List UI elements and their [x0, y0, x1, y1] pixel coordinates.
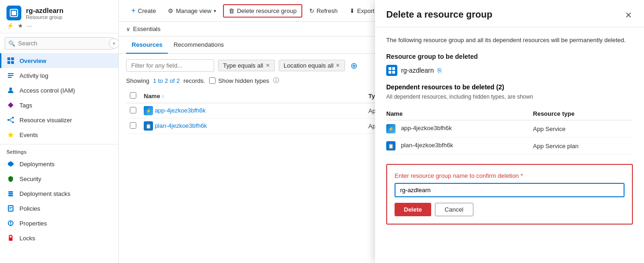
sidebar-header: rg-azdlearn Resource group ⚡ ★ ···: [0, 0, 118, 33]
sidebar-item-events[interactable]: Events: [0, 127, 118, 142]
svg-rect-1: [12, 11, 16, 15]
sidebar-item-properties[interactable]: Properties: [0, 216, 118, 231]
row-checkbox-1[interactable]: [130, 107, 136, 113]
manage-view-button[interactable]: ⚙ Manage view ▾: [163, 5, 221, 17]
name-column-header: Name ↑: [140, 89, 365, 103]
tab-resources[interactable]: Resources: [126, 37, 168, 54]
show-hidden-types-checkbox[interactable]: [209, 77, 216, 84]
svg-rect-3: [11, 57, 14, 60]
location-filter-tag: Location equals all ✕: [279, 60, 345, 71]
sidebar-item-resource-visualizer[interactable]: Resource visualizer: [0, 113, 118, 127]
favorite-icon[interactable]: ★: [18, 22, 23, 29]
more-icon[interactable]: ···: [27, 22, 32, 29]
deployments-icon: [6, 160, 15, 168]
activity-log-icon: [6, 71, 15, 80]
sidebar-item-tags[interactable]: Tags: [0, 98, 118, 113]
svg-rect-18: [8, 195, 13, 196]
location-filter-close[interactable]: ✕: [336, 63, 340, 69]
row-1-name-link[interactable]: app-4jezkoe3bfh6k: [155, 107, 206, 114]
svg-rect-17: [8, 193, 13, 194]
svg-rect-16: [8, 191, 13, 193]
type-filter-close[interactable]: ✕: [266, 63, 270, 69]
refresh-icon: ↻: [309, 7, 314, 14]
sidebar-item-iam[interactable]: Access control (IAM): [0, 83, 118, 98]
svg-point-11: [12, 117, 14, 119]
type-filter-tag: Type equals all ✕: [218, 60, 275, 71]
dep-row-1: ⚡ app-4jezkoe3bfh6k App Service: [386, 120, 633, 138]
copy-icon[interactable]: ⎘: [438, 67, 441, 74]
delete-resource-group-button[interactable]: 🗑 Delete resource group: [223, 4, 302, 18]
overview-icon: [6, 56, 15, 65]
tags-icon: [6, 101, 15, 109]
select-all-checkbox[interactable]: [130, 92, 136, 99]
security-icon: [6, 175, 15, 183]
svg-line-13: [9, 118, 12, 120]
dep-type-header: Resource type: [533, 107, 633, 120]
dependent-count-title: Dependent resources to be deleted (2): [386, 83, 633, 91]
delete-confirm-button[interactable]: Delete: [395, 203, 431, 216]
main-content: + Create ⚙ Manage view ▾ 🗑 Delete resour…: [119, 0, 644, 263]
confirm-deletion-box: Enter resource group name to confirm del…: [386, 164, 633, 225]
row-1-icon: ⚡: [144, 106, 153, 115]
tab-recommendations[interactable]: Recommendations: [168, 37, 229, 54]
svg-rect-5: [11, 61, 14, 64]
svg-marker-15: [8, 132, 13, 138]
sort-arrow-name[interactable]: ↑: [162, 94, 164, 99]
sidebar: rg-azdlearn Resource group ⚡ ★ ··· 🔍 « O…: [0, 0, 119, 263]
pin-icon[interactable]: ⚡: [6, 22, 14, 29]
resource-visualizer-icon: [6, 116, 15, 124]
add-filter-button[interactable]: ⊕: [349, 62, 359, 70]
search-input[interactable]: [5, 37, 114, 50]
sidebar-item-label-locks: Locks: [19, 235, 35, 242]
search-container: 🔍 «: [5, 37, 114, 50]
dep-name-header: Name: [386, 107, 533, 120]
app-name: rg-azdlearn: [26, 6, 64, 14]
sidebar-item-locks[interactable]: Locks: [0, 231, 118, 245]
panel-close-button[interactable]: ✕: [624, 9, 633, 21]
dep-row-2: 📋 plan-4jezkoe3bfh6k App Service plan: [386, 138, 633, 155]
cancel-button[interactable]: Cancel: [435, 203, 473, 216]
sidebar-item-security[interactable]: Security: [0, 171, 118, 186]
row-2-name-link[interactable]: plan-4jezkoe3bfh6k: [155, 122, 207, 129]
rg-icon: [386, 65, 397, 76]
sidebar-item-activity-log[interactable]: Activity log: [0, 68, 118, 83]
svg-rect-2: [7, 57, 10, 60]
dep-row-2-icon: 📋: [386, 141, 395, 150]
dep-row-1-type: App Service: [533, 120, 633, 138]
app-title-group: rg-azdlearn Resource group: [26, 6, 64, 20]
create-button[interactable]: + Create: [126, 4, 161, 18]
showing-range-link[interactable]: 1 to 2 of 2: [153, 77, 180, 84]
dep-row-2-name: plan-4jezkoe3bfh6k: [401, 142, 453, 149]
panel-description: The following resource group and all its…: [386, 37, 633, 44]
app-identity: rg-azdlearn Resource group: [6, 6, 112, 20]
svg-rect-6: [8, 73, 13, 74]
filter-input[interactable]: [126, 59, 214, 72]
info-icon[interactable]: ⓘ: [273, 76, 279, 85]
sidebar-item-deployment-stacks[interactable]: Deployment stacks: [0, 186, 118, 201]
delete-icon: 🗑: [229, 7, 235, 14]
row-checkbox-2[interactable]: [130, 122, 136, 129]
sidebar-item-deployments[interactable]: Deployments: [0, 157, 118, 171]
delete-panel: Delete a resource group ✕ The following …: [375, 0, 644, 263]
sidebar-item-label-iam: Access control (IAM): [19, 87, 75, 94]
collapse-sidebar-button[interactable]: «: [109, 38, 119, 49]
sidebar-item-policies[interactable]: Policies: [0, 201, 118, 216]
confirm-input[interactable]: [395, 183, 625, 197]
app-subtitle: Resource group: [26, 14, 64, 20]
export-button[interactable]: ⬇ Export: [344, 5, 380, 17]
dependent-note: All dependent resources, including hidde…: [386, 94, 633, 100]
deployment-stacks-icon: [6, 189, 15, 198]
svg-rect-25: [9, 238, 13, 241]
sidebar-item-label-deployments: Deployments: [19, 161, 55, 168]
search-icon: 🔍: [8, 40, 15, 47]
show-hidden-types-label[interactable]: Show hidden types: [209, 77, 269, 84]
svg-point-12: [12, 121, 14, 123]
sidebar-item-label-deployment-stacks: Deployment stacks: [19, 190, 70, 197]
refresh-button[interactable]: ↻ Refresh: [304, 5, 343, 17]
sidebar-item-label-policies: Policies: [19, 205, 40, 212]
sidebar-item-overview[interactable]: Overview: [0, 53, 118, 68]
rg-row: rg-azdlearn ⎘: [386, 65, 633, 76]
create-icon: +: [131, 6, 135, 15]
svg-rect-19: [8, 206, 13, 211]
app-icon: [6, 6, 21, 20]
